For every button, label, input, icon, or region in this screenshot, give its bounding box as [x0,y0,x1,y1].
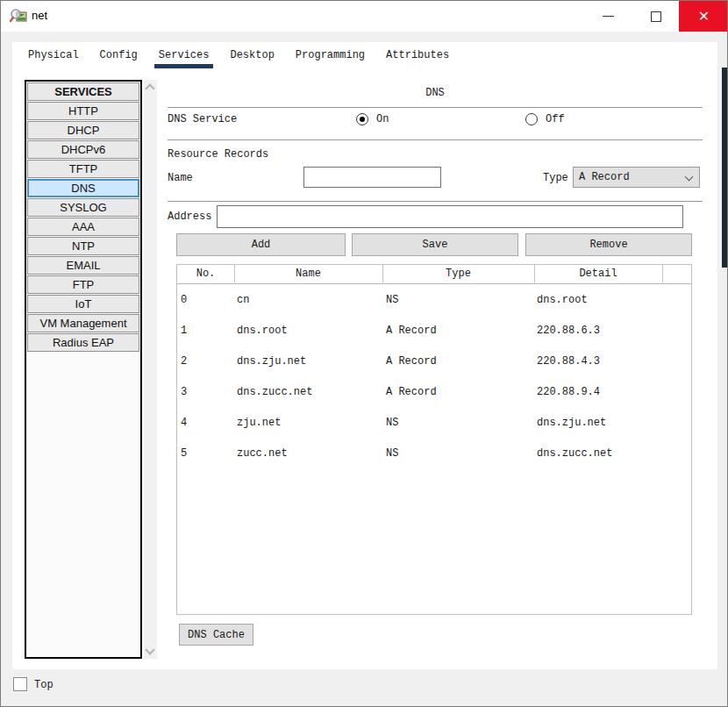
dns-cache-button[interactable]: DNS Cache [179,624,253,646]
footer-bar: Top [1,669,728,707]
window-title: net [32,9,47,22]
cell-no: 1 [181,325,187,337]
cell-detail: 220.88.4.3 [537,355,600,368]
sidebar-item-dns[interactable]: DNS [27,179,139,197]
tab-config[interactable]: Config [99,47,139,68]
cell-detail: 220.88.9.4 [537,386,600,398]
tab-services[interactable]: Services [158,47,211,68]
services-sidebar: SERVICES HTTP DHCP DHCPv6 TFTP DNS SYSLO… [25,80,142,659]
cell-name: dns.zju.net [237,355,306,368]
cell-type: NS [386,447,398,460]
sidebar-item-aaa[interactable]: AAA [27,218,139,236]
top-checkbox[interactable] [13,677,27,691]
type-label: Type [543,172,568,184]
sidebar-item-radius-eap[interactable]: Radius EAP [27,333,139,352]
cell-type: A Record [386,325,437,337]
table-row[interactable]: 5 zucc.net NS dns.zucc.net [177,438,691,468]
col-header-type[interactable]: Type [382,268,534,280]
top-checkbox-label: Top [34,679,54,691]
divider [168,139,703,140]
tab-bar: Physical Config Services Desktop Program… [27,47,450,68]
remove-button[interactable]: Remove [525,233,692,256]
table-row[interactable]: 0 cn NS dns.root [177,284,691,315]
divider [168,201,703,202]
column-separator [534,265,535,284]
cell-no: 4 [181,417,187,429]
dns-service-off-label: Off [546,113,565,125]
background-artifact [722,68,727,268]
cell-name: dns.zucc.net [237,386,312,398]
cell-type: NS [386,417,398,429]
records-table-body: 0 cn NS dns.root 1 dns.root A Record 220… [177,284,691,468]
cell-detail: dns.zju.net [537,417,606,429]
sidebar-item-email[interactable]: EMAIL [27,256,139,275]
table-row[interactable]: 4 zju.net NS dns.zju.net [177,407,691,438]
cell-name: zucc.net [237,447,288,460]
column-separator [662,265,663,284]
tab-physical[interactable]: Physical [27,47,80,68]
dns-service-label: DNS Service [168,113,237,125]
cell-name: cn [237,294,249,306]
cell-no: 0 [181,294,187,306]
sidebar-item-ftp[interactable]: FTP [27,275,139,294]
sidebar-item-syslog[interactable]: SYSLOG [27,198,139,217]
sidebar-item-http[interactable]: HTTP [27,102,139,120]
sidebar-scrollbar[interactable] [144,80,157,659]
scroll-down-icon[interactable] [145,645,154,654]
sidebar-item-tftp[interactable]: TFTP [27,160,139,178]
add-button[interactable]: Add [176,233,346,256]
tab-desktop[interactable]: Desktop [229,47,275,68]
cell-detail: dns.root [537,294,588,306]
col-header-name[interactable]: Name [234,268,382,280]
col-header-detail[interactable]: Detail [534,268,662,280]
scroll-up-icon[interactable] [145,83,154,93]
sidebar-item-vm-management[interactable]: VM Management [27,314,139,332]
maximize-button[interactable] [634,1,678,32]
cell-name: zju.net [237,417,281,429]
cell-type: NS [386,294,398,306]
cell-type: A Record [386,355,437,368]
content-panel: Physical Config Services Desktop Program… [12,42,717,669]
sidebar-item-dhcp[interactable]: DHCP [27,121,139,139]
cell-name: dns.root [237,325,288,337]
sidebar-item-iot[interactable]: IoT [27,295,139,313]
close-button[interactable]: ✕ [679,1,728,32]
sidebar-item-ntp[interactable]: NTP [27,237,139,255]
address-input[interactable] [217,205,683,228]
maximize-icon [651,11,661,22]
sidebar-item-services[interactable]: SERVICES [27,82,139,101]
minimize-button[interactable] [586,1,630,32]
title-bar[interactable]: net ✕ [1,1,727,32]
type-dropdown-value: A Record [579,171,630,183]
resource-records-label: Resource Records [168,148,268,161]
table-row[interactable]: 1 dns.root A Record 220.88.6.3 [177,315,691,346]
save-button[interactable]: Save [352,233,518,256]
cell-type: A Record [386,386,437,398]
cell-no: 5 [181,447,187,460]
section-title: DNS [168,87,703,99]
close-icon: ✕ [698,10,710,24]
records-table: No. Name Type Detail 0 cn NS [176,264,692,615]
cell-detail: dns.zucc.net [537,447,612,460]
table-row[interactable]: 2 dns.zju.net A Record 220.88.4.3 [177,346,691,376]
column-separator [382,265,383,284]
name-label: Name [168,172,193,184]
tab-programming[interactable]: Programming [295,47,366,68]
dns-service-on-label: On [376,113,389,125]
tab-attributes[interactable]: Attributes [385,47,450,68]
sidebar-item-dhcpv6[interactable]: DHCPv6 [27,140,139,159]
dns-config-area: DNS DNS Service On Off Resource Records … [168,80,703,669]
cell-detail: 220.88.6.3 [537,325,600,337]
col-header-no[interactable]: No. [177,268,234,280]
chevron-down-icon [685,173,694,182]
dns-service-on-radio[interactable] [356,113,368,125]
name-input[interactable] [303,167,441,188]
dns-service-off-radio[interactable] [525,113,538,125]
column-separator [234,265,235,284]
minimize-icon [603,16,614,17]
cell-no: 3 [181,386,187,398]
address-label: Address [168,211,211,223]
type-dropdown[interactable]: A Record [573,167,700,188]
app-icon [10,7,28,25]
table-row[interactable]: 3 dns.zucc.net A Record 220.88.9.4 [177,376,691,407]
